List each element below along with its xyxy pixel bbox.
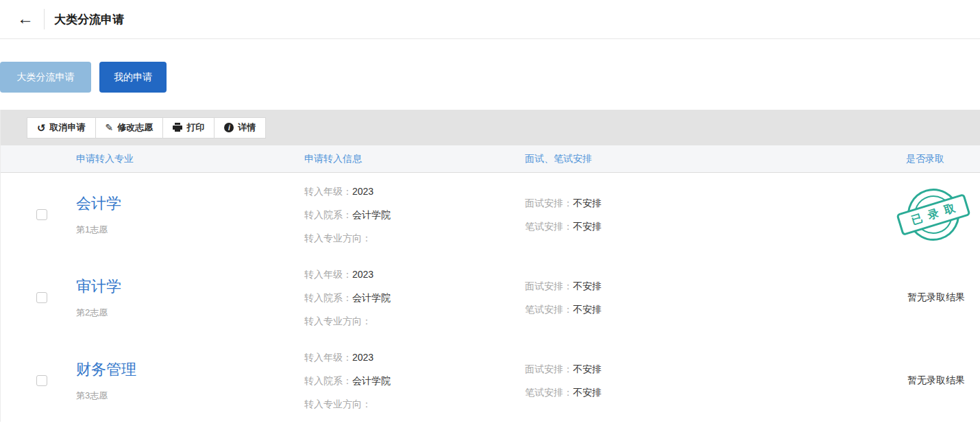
grade-line: 转入年级：2023 bbox=[304, 346, 525, 369]
admitted-stamp: 已录取 bbox=[895, 178, 972, 251]
major-link[interactable]: 审计学 bbox=[76, 276, 304, 297]
row-checkbox[interactable] bbox=[36, 375, 47, 386]
admission-text: 暂无录取结果 bbox=[907, 374, 965, 387]
department-line: 转入院系：会计学院 bbox=[304, 203, 525, 226]
header-exam-arrangement: 面试、笔试安排 bbox=[525, 153, 835, 165]
header-divider bbox=[44, 9, 45, 29]
major-cell: 会计学 第1志愿 bbox=[76, 173, 304, 256]
undo-icon: ↺ bbox=[37, 123, 46, 133]
applications-panel: ↺ 取消申请 ✎ 修改志愿 打印 i 详情 申请转入专业 申请转入信息 面试、笔… bbox=[0, 110, 980, 422]
page-title: 大类分流申请 bbox=[54, 12, 124, 27]
page-header: ← 大类分流申请 bbox=[0, 0, 980, 39]
row-checkbox[interactable] bbox=[36, 209, 47, 220]
table-row: 财务管理 第3志愿 转入年级：2023 转入院系：会计学院 转入专业方向： 面试… bbox=[1, 339, 980, 422]
table-body: 会计学 第1志愿 转入年级：2023 转入院系：会计学院 转入专业方向： 面试安… bbox=[1, 173, 980, 422]
toolbar-button-group: ↺ 取消申请 ✎ 修改志愿 打印 i 详情 bbox=[27, 117, 266, 139]
table-row: 会计学 第1志愿 转入年级：2023 转入院系：会计学院 转入专业方向： 面试安… bbox=[1, 173, 980, 256]
table-row: 审计学 第2志愿 转入年级：2023 转入院系：会计学院 转入专业方向： 面试安… bbox=[1, 256, 980, 339]
pencil-icon: ✎ bbox=[106, 123, 114, 132]
header-target-major: 申请转入专业 bbox=[76, 153, 304, 165]
major-direction-line: 转入专业方向： bbox=[304, 309, 525, 333]
checkbox-cell bbox=[36, 256, 76, 339]
cancel-application-button[interactable]: ↺ 取消申请 bbox=[27, 117, 96, 139]
preference-label: 第1志愿 bbox=[76, 224, 304, 236]
transfer-info-cell: 转入年级：2023 转入院系：会计学院 转入专业方向： bbox=[304, 173, 525, 256]
print-button[interactable]: 打印 bbox=[163, 117, 215, 139]
row-checkbox[interactable] bbox=[36, 292, 47, 303]
grade-line: 转入年级：2023 bbox=[304, 263, 525, 286]
print-label: 打印 bbox=[186, 121, 204, 134]
grade-line: 转入年级：2023 bbox=[304, 180, 525, 203]
tab-bar: 大类分流申请 我的申请 bbox=[0, 62, 980, 93]
header-admission-result: 是否录取 bbox=[835, 153, 965, 165]
department-line: 转入院系：会计学院 bbox=[304, 369, 525, 392]
checkbox-cell bbox=[36, 173, 76, 256]
admission-result-cell: 已录取 bbox=[835, 173, 965, 256]
interview-line: 面试安排：不安排 bbox=[525, 274, 835, 298]
info-icon: i bbox=[224, 123, 234, 132]
preference-label: 第2志愿 bbox=[76, 307, 304, 319]
written-exam-line: 笔试安排：不安排 bbox=[525, 298, 835, 321]
transfer-info-cell: 转入年级：2023 转入院系：会计学院 转入专业方向： bbox=[304, 256, 525, 339]
cancel-application-label: 取消申请 bbox=[50, 121, 86, 134]
department-line: 转入院系：会计学院 bbox=[304, 286, 525, 309]
major-link[interactable]: 财务管理 bbox=[76, 359, 304, 380]
details-button[interactable]: i 详情 bbox=[215, 117, 266, 139]
major-cell: 审计学 第2志愿 bbox=[76, 256, 304, 339]
major-direction-line: 转入专业方向： bbox=[304, 392, 525, 416]
exam-cell: 面试安排：不安排 笔试安排：不安排 bbox=[525, 256, 835, 339]
printer-icon bbox=[173, 123, 182, 132]
interview-line: 面试安排：不安排 bbox=[525, 191, 835, 215]
admission-result-cell: 暂无录取结果 bbox=[835, 256, 965, 339]
checkbox-cell bbox=[36, 339, 76, 422]
admission-text: 暂无录取结果 bbox=[907, 291, 965, 304]
exam-cell: 面试安排：不安排 笔试安排：不安排 bbox=[525, 173, 835, 256]
table-header-row: 申请转入专业 申请转入信息 面试、笔试安排 是否录取 bbox=[1, 145, 980, 173]
written-exam-line: 笔试安排：不安排 bbox=[525, 215, 835, 238]
tab-my-application[interactable]: 我的申请 bbox=[99, 62, 167, 93]
details-label: 详情 bbox=[238, 121, 256, 134]
tab-category-application[interactable]: 大类分流申请 bbox=[0, 62, 91, 93]
modify-preference-label: 修改志愿 bbox=[117, 121, 153, 134]
major-direction-line: 转入专业方向： bbox=[304, 226, 525, 250]
interview-line: 面试安排：不安排 bbox=[525, 357, 835, 381]
toolbar: ↺ 取消申请 ✎ 修改志愿 打印 i 详情 bbox=[1, 110, 980, 145]
exam-cell: 面试安排：不安排 笔试安排：不安排 bbox=[525, 339, 835, 422]
back-arrow-icon[interactable]: ← bbox=[17, 10, 34, 28]
preference-label: 第3志愿 bbox=[76, 390, 304, 402]
major-cell: 财务管理 第3志愿 bbox=[76, 339, 304, 422]
written-exam-line: 笔试安排：不安排 bbox=[525, 381, 835, 404]
transfer-info-cell: 转入年级：2023 转入院系：会计学院 转入专业方向： bbox=[304, 339, 525, 422]
modify-preference-button[interactable]: ✎ 修改志愿 bbox=[96, 117, 164, 139]
admission-result-cell: 暂无录取结果 bbox=[835, 339, 965, 422]
header-transfer-info: 申请转入信息 bbox=[304, 153, 525, 165]
major-link[interactable]: 会计学 bbox=[76, 193, 304, 214]
